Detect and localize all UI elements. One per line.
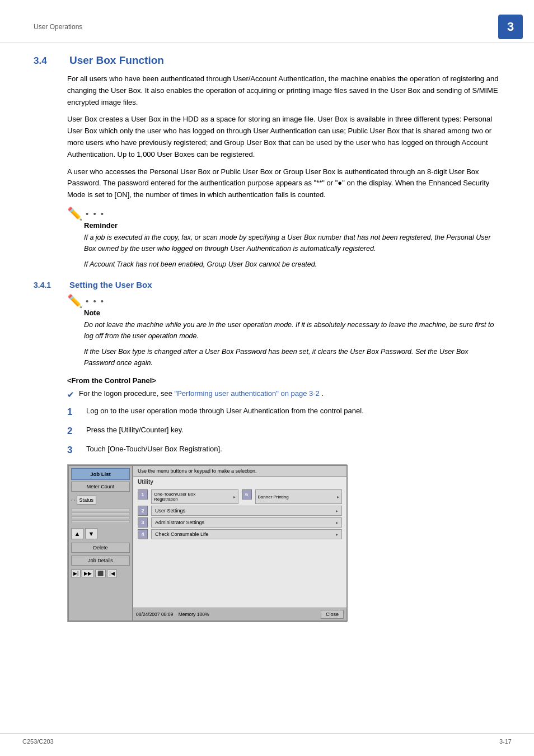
reminder-content: Reminder If a job is executed in the cop…	[84, 221, 500, 270]
cp-icon-btn-2[interactable]: ▼	[85, 528, 97, 539]
note-line-1: Do not leave the machine while you are i…	[84, 319, 500, 342]
chapter-number: 3	[498, 15, 523, 39]
cp-transport: ▶| ▶▶ ⬛ |◀	[71, 570, 130, 577]
control-panel-image: Job List Meter Count ‹ › Status ▲	[67, 464, 347, 622]
step-list: 1 Log on to the user operation mode thro…	[67, 405, 500, 456]
footer-model: C253/C203	[22, 738, 54, 745]
step-3-text: Touch [One-Touch/User Box Registration].	[86, 444, 222, 455]
menu-item-1[interactable]: One-Touch/User BoxRegistration ▸	[151, 489, 238, 504]
cp-meter-count-btn[interactable]: Meter Count	[71, 482, 130, 492]
step-2: 2 Press the [Utility/Counter] key.	[67, 424, 500, 438]
cp-info-bar: Use the menu buttons or keypad to make a…	[133, 466, 346, 477]
step-3-num: 3	[67, 444, 79, 457]
note-line-2: If the User Box type is changed after a …	[84, 346, 500, 368]
reminder-line-1: If a job is executed in the copy, fax, o…	[84, 232, 500, 254]
menu-num-4: 4	[138, 529, 148, 539]
menu-item-3[interactable]: Administrator Settings ▸	[151, 517, 342, 528]
note-icon-row: ✏️ • • •	[67, 296, 500, 309]
menu-row-3: 3 Administrator Settings ▸	[138, 517, 342, 528]
para-1: For all users who have been authenticate…	[67, 73, 500, 108]
cp-job-list-btn[interactable]: Job List	[71, 468, 130, 480]
pencil-icon: ✏️	[67, 207, 82, 221]
cp-icon-btns: ▲ ▼	[71, 528, 130, 539]
cp-bottom-bar: 08/24/2007 08:09 Memory 100% Close	[133, 608, 346, 620]
note-dots: • • •	[86, 296, 105, 306]
footer: C253/C203 3-17	[0, 733, 534, 745]
step-2-num: 2	[67, 424, 79, 438]
step-1: 1 Log on to the user operation mode thro…	[67, 405, 500, 419]
step-3: 3 Touch [One-Touch/User Box Registration…	[67, 444, 500, 457]
menu-item-2[interactable]: User Settings ▸	[151, 506, 342, 516]
bullet-logon: ✔ For the logon procedure, see "Performi…	[67, 389, 500, 400]
cp-delete-btn[interactable]: Delete	[71, 543, 130, 553]
header-title: User Operations	[34, 23, 82, 31]
cp-right-panel: Use the menu buttons or keypad to make a…	[133, 466, 346, 620]
section-3-4-1-heading: 3.4.1 Setting the User Box	[34, 280, 500, 290]
page: User Operations 3 3.4 User Box Function …	[0, 0, 534, 756]
reminder-box: ✏️ • • • Reminder If a job is executed i…	[67, 209, 500, 270]
cp-left-panel: Job List Meter Count ‹ › Status ▲	[69, 466, 133, 620]
footer-page: 3-17	[499, 738, 512, 745]
menu-row-1: 1 One-Touch/User BoxRegistration ▸ 6 Ban…	[138, 489, 342, 504]
cp-container: Job List Meter Count ‹ › Status ▲	[68, 465, 348, 622]
menu-arrow-1: ▸	[233, 494, 236, 500]
menu-arrow-6: ▸	[337, 494, 339, 500]
menu-row-4: 4 Check Consumable Life ▸	[138, 529, 342, 539]
menu-arrow-2: ▸	[336, 508, 338, 514]
check-icon: ✔	[67, 390, 74, 400]
bullet-text: For the logon procedure, see "Performing…	[79, 389, 324, 398]
cp-close-btn[interactable]: Close	[321, 610, 344, 619]
subsection-title: Setting the User Box	[69, 280, 152, 290]
section-title: User Box Function	[69, 54, 164, 67]
cp-status-label: Status	[77, 496, 97, 505]
menu-arrow-3: ▸	[336, 520, 338, 525]
note-pencil-icon: ✏️	[67, 294, 82, 309]
para-2: User Box creates a User Box in the HDD a…	[67, 114, 500, 160]
menu-num-2: 2	[138, 506, 148, 516]
reminder-icon-row: ✏️ • • •	[67, 209, 500, 221]
cp-job-details-btn[interactable]: Job Details	[71, 556, 130, 566]
section-3-4-heading: 3.4 User Box Function	[34, 54, 500, 67]
menu-num-3: 3	[138, 517, 148, 528]
note-label: Note	[84, 309, 500, 317]
step-2-text: Press the [Utility/Counter] key.	[86, 424, 184, 436]
cp-menu-items: 1 One-Touch/User BoxRegistration ▸ 6 Ban…	[133, 487, 346, 542]
menu-num-1: 1	[138, 489, 148, 500]
cp-job-lines	[71, 508, 130, 524]
from-panel-title: <From the Control Panel>	[67, 376, 500, 385]
bullet-prefix: For the logon procedure, see	[79, 389, 175, 398]
step-1-text: Log on to the user operation mode throug…	[86, 405, 364, 417]
bullet-suffix: .	[321, 389, 324, 398]
logon-link[interactable]: "Performing user authentication" on page…	[175, 389, 320, 398]
menu-item-6[interactable]: Banner Printing ▸	[255, 489, 343, 504]
subsection-num: 3.4.1	[34, 281, 62, 290]
cp-utility-label: Utility	[133, 477, 346, 487]
reminder-line-2: If Account Track has not been enabled, G…	[84, 259, 500, 270]
dots-decoration: • • •	[86, 209, 105, 218]
menu-num-6: 6	[242, 489, 252, 500]
menu-row-2: 2 User Settings ▸	[138, 506, 342, 516]
menu-arrow-4: ▸	[336, 532, 338, 537]
cp-status-area: ‹ › Status	[71, 496, 130, 505]
cp-icon-btn-1[interactable]: ▲	[71, 528, 83, 539]
main-content: 3.4 User Box Function For all users who …	[0, 54, 534, 622]
cp-date-time: 08/24/2007 08:09 Memory 100%	[136, 612, 209, 617]
from-panel-section: <From the Control Panel> ✔ For the logon…	[67, 376, 500, 400]
header-bar: User Operations 3	[0, 11, 534, 43]
menu-item-4[interactable]: Check Consumable Life ▸	[151, 529, 342, 539]
note-box: ✏️ • • • Note Do not leave the machine w…	[67, 296, 500, 368]
section-num: 3.4	[34, 55, 62, 67]
note-content: Note Do not leave the machine while you …	[84, 309, 500, 368]
step-1-num: 1	[67, 405, 79, 419]
para-3: A user who accesses the Personal User Bo…	[67, 166, 500, 201]
reminder-label: Reminder	[84, 221, 500, 230]
